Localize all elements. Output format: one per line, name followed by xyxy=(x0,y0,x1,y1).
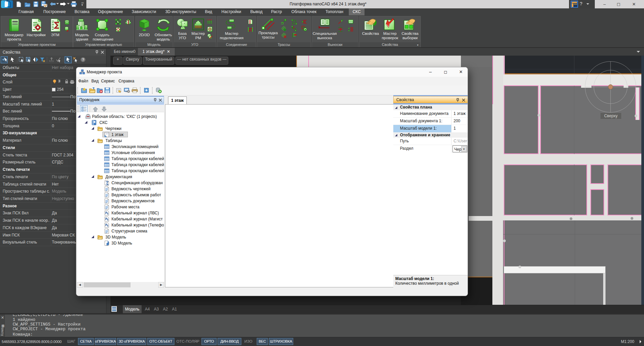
svg-text:1 2 3: 1 2 3 xyxy=(207,19,212,21)
svg-text:?: ? xyxy=(82,58,84,62)
